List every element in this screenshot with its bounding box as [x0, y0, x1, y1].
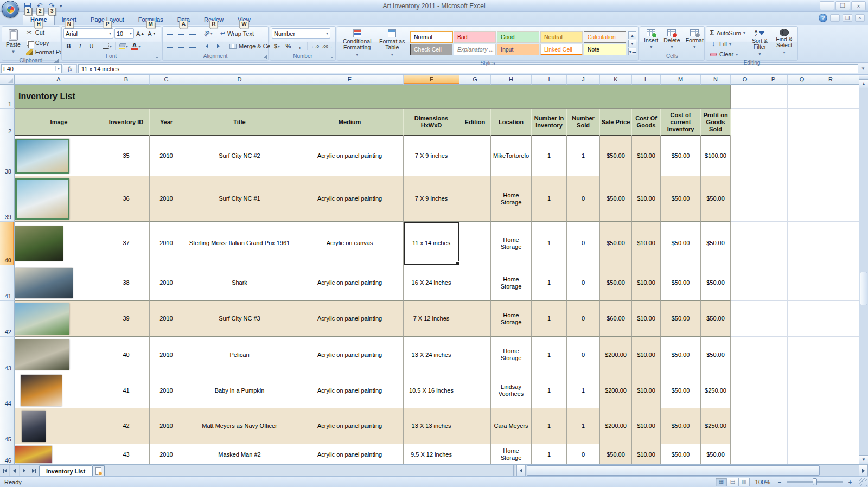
grid-cell-L45[interactable]: $10.00 — [632, 408, 661, 444]
orientation-button[interactable]: ab▾ — [202, 28, 214, 39]
grid-cell-A40[interactable] — [15, 222, 103, 265]
close-button[interactable]: × — [851, 1, 866, 10]
gallery-more-button[interactable]: ▼▬ — [628, 48, 636, 55]
scroll-down-button[interactable]: ▼ — [859, 455, 868, 464]
grid-cell-K42[interactable]: $60.00 — [600, 301, 632, 337]
grid-cell-G39[interactable] — [459, 176, 491, 222]
previous-sheet-button[interactable] — [10, 465, 20, 476]
scroll-up-button[interactable]: ▲ — [859, 79, 868, 88]
name-box-dropdown-icon[interactable]: ▾ — [55, 66, 60, 71]
grid-cell-I42[interactable]: 1 — [532, 301, 567, 337]
grid-cell-N44[interactable]: $250.00 — [701, 373, 731, 408]
horizontal-scroll-thumb[interactable] — [527, 465, 820, 476]
grid-cell-K41[interactable]: $50.00 — [600, 265, 632, 301]
grid-cell-M39[interactable]: $50.00 — [661, 176, 701, 222]
grid-cell-D39[interactable]: Surf City NC #1 — [183, 176, 296, 222]
cell-style-normal[interactable]: Normal — [410, 31, 452, 43]
grid-cell-A39[interactable] — [15, 176, 103, 222]
artwork-thumbnail[interactable] — [15, 226, 63, 261]
column-header-N[interactable]: N — [701, 75, 731, 85]
grid-cell-L41[interactable]: $10.00 — [632, 265, 661, 301]
grid-cell-K45[interactable]: $200.00 — [600, 408, 632, 444]
grid-cell-B45[interactable]: 42 — [103, 408, 150, 444]
row-header-44[interactable]: 44 — [0, 373, 15, 408]
grid-cell-B44[interactable]: 41 — [103, 373, 150, 408]
clipboard-dialog-launcher[interactable] — [54, 59, 59, 63]
align-center-button[interactable] — [176, 41, 186, 52]
cell-style-linked-cell[interactable]: Linked Cell — [540, 44, 583, 55]
column-header-R[interactable]: R — [816, 75, 845, 85]
grid-cell-H45[interactable]: Cara Meyers — [491, 408, 532, 444]
grid-cell-E39[interactable]: Acrylic on panel painting — [296, 176, 404, 222]
sheet-title-cell[interactable]: Inventory List — [15, 85, 731, 109]
tab-view[interactable]: ViewW — [231, 14, 258, 25]
artwork-thumbnail[interactable] — [22, 411, 46, 442]
grid-cell-G40[interactable] — [459, 222, 491, 265]
grid-cell-C43[interactable]: 2010 — [150, 337, 183, 373]
align-bottom-button[interactable] — [187, 28, 197, 39]
artwork-thumbnail[interactable] — [15, 178, 69, 220]
office-button[interactable] — [2, 1, 19, 18]
grid-cell-E41[interactable]: Acrylic on panel painting — [296, 265, 404, 301]
grid-cell-E43[interactable]: Acrylic on panel painting — [296, 337, 404, 373]
grid-cell-N42[interactable]: $50.00 — [701, 301, 731, 337]
tab-formulas[interactable]: FormulasM — [131, 14, 170, 25]
vertical-scrollbar[interactable]: ▲ ▼ — [859, 75, 868, 464]
grid-cell-B39[interactable]: 36 — [103, 176, 150, 222]
grid-cell-M38[interactable]: $50.00 — [661, 136, 701, 176]
grid-cell-M43[interactable]: $50.00 — [661, 337, 701, 373]
sort-filter-button[interactable]: AZ Sort & Filter▾ — [748, 28, 771, 59]
column-header-L[interactable]: L — [632, 75, 661, 85]
grid-cell-F41[interactable]: 16 X 24 inches — [404, 265, 459, 301]
grid-cell-C38[interactable]: 2010 — [150, 136, 183, 176]
clear-button[interactable]: Clear▾ — [708, 50, 747, 58]
grid-cell-D40[interactable]: Sterling Moss: Italian Grand Prix 1961 — [183, 222, 296, 265]
grid-cell-D44[interactable]: Baby in a Pumpkin — [183, 373, 296, 408]
grid-cell-H41[interactable]: Home Storage — [491, 265, 532, 301]
grid-cell-I39[interactable]: 1 — [532, 176, 567, 222]
grid-cell-I41[interactable]: 1 — [532, 265, 567, 301]
table-header-profit-on-goods-sold[interactable]: Profit on Goods Sold — [701, 109, 731, 136]
grid-cell-J41[interactable]: 0 — [567, 265, 600, 301]
workbook-restore-button[interactable]: ❒ — [843, 14, 852, 22]
first-sheet-button[interactable] — [0, 465, 10, 476]
grid-cell-M40[interactable]: $50.00 — [661, 222, 701, 265]
number-dialog-launcher[interactable] — [330, 55, 334, 59]
minimize-button[interactable]: – — [820, 1, 834, 10]
gallery-down-button[interactable]: ▼ — [628, 40, 636, 47]
grid-cell-D43[interactable]: Pelican — [183, 337, 296, 373]
horizontal-scroll-track[interactable] — [526, 465, 859, 476]
increase-indent-button[interactable] — [213, 41, 224, 52]
vertical-scroll-track[interactable] — [859, 88, 868, 455]
comma-style-button[interactable]: , — [295, 41, 305, 52]
grid-cell-D38[interactable]: Surf City NC #2 — [183, 136, 296, 176]
grid-cell-J42[interactable]: 0 — [567, 301, 600, 337]
grid-cell-A42[interactable] — [15, 301, 103, 337]
grid-cell-G42[interactable] — [459, 301, 491, 337]
insert-function-button[interactable]: fx — [63, 64, 77, 73]
grid-cell-M41[interactable]: $50.00 — [661, 265, 701, 301]
grid-cell-H43[interactable]: Home Storage — [491, 337, 532, 373]
column-header-H[interactable]: H — [491, 75, 532, 85]
conditional-formatting-button[interactable]: Conditional Formatting▾ — [339, 28, 375, 59]
grid-cell-E46[interactable]: Acrylic on panel painting — [296, 444, 404, 464]
align-left-button[interactable] — [164, 41, 175, 52]
grid-cell-H42[interactable]: Home Storage — [491, 301, 532, 337]
cell-style-check-cell[interactable]: Check Cell — [410, 44, 452, 55]
insert-worksheet-tab[interactable] — [92, 465, 105, 476]
paste-button[interactable]: Paste ▼ — [4, 28, 23, 56]
grid-cell-H44[interactable]: Lindsay Voorhees — [491, 373, 532, 408]
row-header-41[interactable]: 41 — [0, 265, 15, 301]
artwork-thumbnail[interactable] — [15, 339, 69, 370]
table-header-medium[interactable]: Medium — [296, 109, 404, 136]
cell-style-note[interactable]: Note — [584, 44, 626, 55]
wrap-text-button[interactable]: ↩Wrap Text — [219, 29, 256, 37]
grid-cell-G45[interactable] — [459, 408, 491, 444]
zoom-slider[interactable] — [787, 481, 843, 483]
row-header-39[interactable]: 39 — [0, 176, 15, 222]
grid-cell-H40[interactable]: Home Storage — [491, 222, 532, 265]
grid-cell-G43[interactable] — [459, 337, 491, 373]
column-header-B[interactable]: B — [103, 75, 150, 85]
table-header-image[interactable]: Image — [15, 109, 103, 136]
underline-button[interactable]: U — [86, 41, 97, 52]
